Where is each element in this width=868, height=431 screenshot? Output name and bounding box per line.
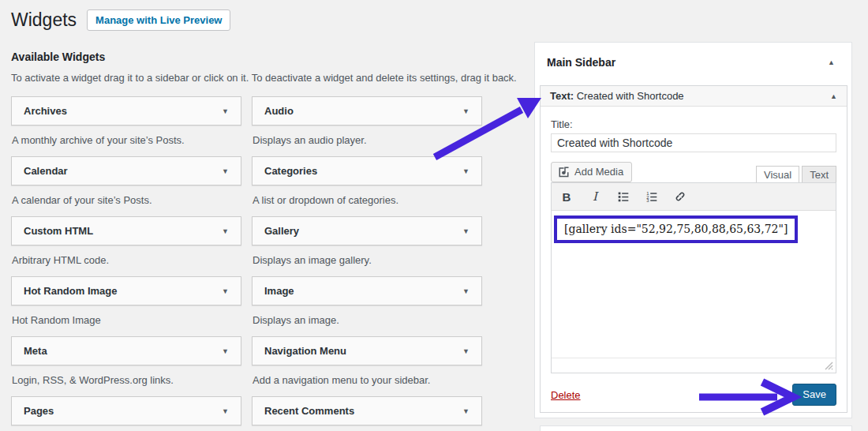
- widget-card-custom-html[interactable]: Custom HTML ▼: [11, 216, 241, 245]
- shortcode-highlight-annotation: [gallery ids="52,92,75,80,88,65,63,72"]: [554, 216, 798, 243]
- widget-card-meta[interactable]: Meta ▼: [11, 336, 241, 365]
- chevron-up-icon[interactable]: ▲: [830, 92, 837, 100]
- save-button[interactable]: Save: [792, 384, 836, 406]
- widget-name: Archives: [24, 105, 67, 117]
- chevron-down-icon: ▼: [462, 107, 470, 115]
- editor-toolbar: B I 1: [552, 183, 836, 211]
- widget-description: Displays an image.: [253, 315, 482, 325]
- title-field-label: Title:: [551, 118, 836, 130]
- chevron-down-icon: ▼: [462, 227, 470, 235]
- manage-live-preview-button[interactable]: Manage with Live Preview: [87, 9, 230, 31]
- shortcode-text: [gallery ids="52,92,75,80,88,65,63,72"]: [564, 223, 788, 235]
- svg-text:3: 3: [646, 198, 649, 203]
- italic-icon[interactable]: I: [585, 186, 605, 207]
- delete-link[interactable]: Delete: [551, 389, 581, 401]
- link-icon[interactable]: [670, 186, 690, 207]
- widget-type-label: Text:: [550, 90, 574, 102]
- widget-card-recent-comments[interactable]: Recent Comments ▼: [252, 396, 482, 425]
- title-input[interactable]: [551, 133, 836, 152]
- widget-card-gallery[interactable]: Gallery ▼: [252, 216, 482, 245]
- widget-name: Hot Random Image: [24, 285, 117, 297]
- widget-description: Login, RSS, & WordPress.org links.: [12, 375, 241, 385]
- editor-statusbar: [552, 358, 836, 373]
- chevron-down-icon: ▼: [462, 407, 470, 415]
- available-widgets-instructions: To activate a widget drag it to a sideba…: [11, 72, 517, 84]
- widget-card-archives[interactable]: Archives ▼: [11, 96, 241, 126]
- chevron-down-icon: ▼: [462, 167, 470, 175]
- bullet-list-icon[interactable]: [613, 186, 634, 207]
- widget-description: Add a navigation menu to your sidebar.: [253, 375, 482, 385]
- available-widgets-heading: Available Widgets: [11, 51, 105, 63]
- text-widget-header[interactable]: Text: Created with Shortcode ▲: [541, 86, 847, 107]
- add-media-label: Add Media: [574, 166, 623, 178]
- widget-description: Arbitrary HTML code.: [12, 255, 241, 265]
- widget-description: Hot Random Image: [12, 315, 241, 325]
- widget-card-categories[interactable]: Categories ▼: [252, 156, 482, 186]
- main-sidebar-panel: Main Sidebar ▲ Text: Created with Shortc…: [534, 42, 852, 418]
- add-media-button[interactable]: Add Media: [551, 162, 632, 182]
- chevron-down-icon: ▼: [222, 407, 229, 415]
- widget-name: Gallery: [264, 225, 299, 237]
- text-widget-form: Title: Add Media Visual Text B I: [541, 107, 847, 412]
- chevron-down-icon: ▼: [222, 167, 229, 175]
- widget-name: Calendar: [24, 165, 68, 177]
- next-panel-partial: [540, 425, 852, 431]
- media-icon: [558, 166, 570, 178]
- media-toolbar-row: Add Media Visual Text: [551, 162, 836, 182]
- editor-mode-tabs: Visual Text: [756, 166, 836, 182]
- resize-grip-icon[interactable]: [824, 361, 833, 370]
- main-sidebar-header[interactable]: Main Sidebar ▲: [535, 43, 851, 85]
- chevron-down-icon: ▼: [222, 347, 229, 355]
- text-widget: Text: Created with Shortcode ▲ Title: Ad…: [540, 85, 847, 413]
- widget-description: Displays an audio player.: [253, 135, 482, 145]
- widget-card-hot-random-image[interactable]: Hot Random Image ▼: [11, 276, 241, 305]
- editor-content-area[interactable]: [gallery ids="52,92,75,80,88,65,63,72"]: [552, 211, 836, 358]
- widget-instance-title: Created with Shortcode: [577, 90, 684, 102]
- page-title: Widgets: [11, 9, 77, 31]
- widget-name: Custom HTML: [24, 225, 93, 237]
- widget-name: Navigation Menu: [264, 345, 346, 357]
- page-header: Widgets Manage with Live Preview: [11, 9, 230, 31]
- chevron-down-icon: ▼: [222, 227, 229, 235]
- widget-name: Pages: [24, 405, 54, 417]
- tab-text[interactable]: Text: [802, 166, 836, 182]
- widget-form-footer: Delete Save: [551, 384, 836, 406]
- chevron-up-icon[interactable]: ▲: [828, 58, 835, 66]
- chevron-down-icon: ▼: [462, 347, 470, 355]
- text-editor: B I 1: [551, 182, 836, 373]
- widget-card-navigation-menu[interactable]: Navigation Menu ▼: [252, 336, 482, 365]
- chevron-down-icon: ▼: [222, 287, 229, 295]
- widget-name: Image: [264, 285, 294, 297]
- widget-description: Displays an image gallery.: [253, 255, 482, 265]
- numbered-list-icon[interactable]: 1 2 3: [642, 186, 662, 207]
- tab-visual[interactable]: Visual: [756, 166, 799, 182]
- chevron-down-icon: ▼: [222, 107, 229, 115]
- widget-description: A monthly archive of your site’s Posts.: [12, 135, 241, 145]
- widget-description: A list or dropdown of categories.: [253, 195, 482, 205]
- widget-card-audio[interactable]: Audio ▼: [252, 96, 482, 126]
- widget-name: Recent Comments: [264, 405, 354, 417]
- widget-card-pages[interactable]: Pages ▼: [11, 396, 241, 425]
- widget-description: A calendar of your site’s Posts.: [12, 195, 241, 205]
- text-widget-header-title: Text: Created with Shortcode: [550, 90, 684, 102]
- widget-card-image[interactable]: Image ▼: [252, 276, 482, 305]
- main-sidebar-title: Main Sidebar: [547, 56, 615, 69]
- available-widgets-grid: Archives ▼ A monthly archive of your sit…: [11, 96, 482, 431]
- bold-icon[interactable]: B: [556, 186, 577, 207]
- chevron-down-icon: ▼: [462, 287, 470, 295]
- widget-name: Audio: [264, 105, 294, 117]
- widget-name: Meta: [24, 345, 47, 357]
- widget-name: Categories: [264, 165, 317, 177]
- widget-card-calendar[interactable]: Calendar ▼: [11, 156, 241, 186]
